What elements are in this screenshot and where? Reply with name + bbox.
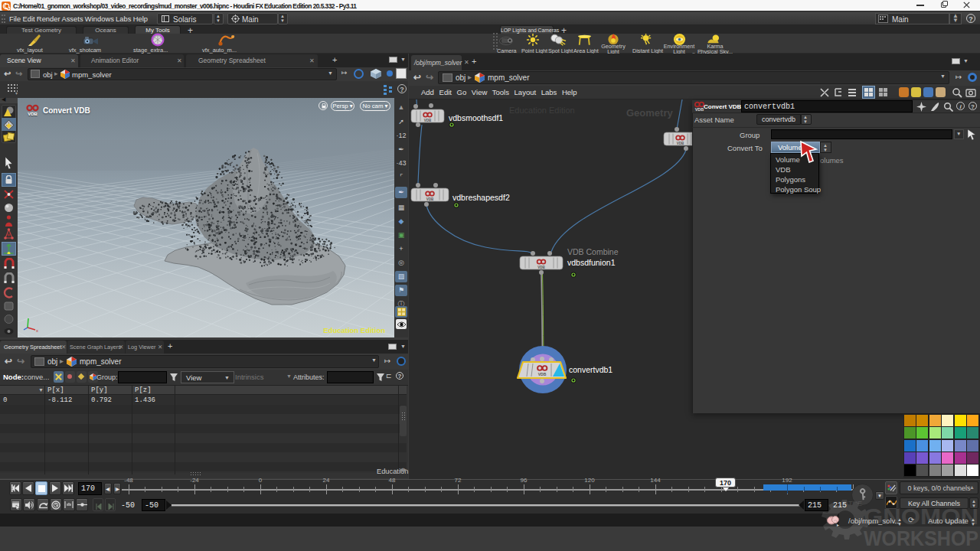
svg-text:VDB Combine: VDB Combine <box>567 247 619 256</box>
svg-text:VDB: VDB <box>28 112 38 116</box>
svg-text:GNOMON: GNOMON <box>864 504 978 529</box>
svg-text:THE: THE <box>848 500 862 507</box>
svg-text:vdbreshapesdf2: vdbreshapesdf2 <box>452 193 510 202</box>
svg-text:VDB: VDB <box>677 142 684 145</box>
svg-text:VDB: VDB <box>695 107 704 112</box>
svg-text:VDB: VDB <box>537 266 545 269</box>
svg-text:vdbsmoothsdf1: vdbsmoothsdf1 <box>449 113 503 122</box>
svg-text:WORKSHOP: WORKSHOP <box>864 527 978 550</box>
svg-text:vdbsdfunion1: vdbsdfunion1 <box>567 258 616 267</box>
svg-text:x: x <box>36 328 38 333</box>
svg-text:VDB: VDB <box>424 119 432 122</box>
svg-text:Education Edition: Education Edition <box>323 326 385 334</box>
svg-text:convertvdb1: convertvdb1 <box>569 365 612 374</box>
svg-text:VDB: VDB <box>538 372 547 377</box>
svg-text:VDB: VDB <box>426 197 434 201</box>
